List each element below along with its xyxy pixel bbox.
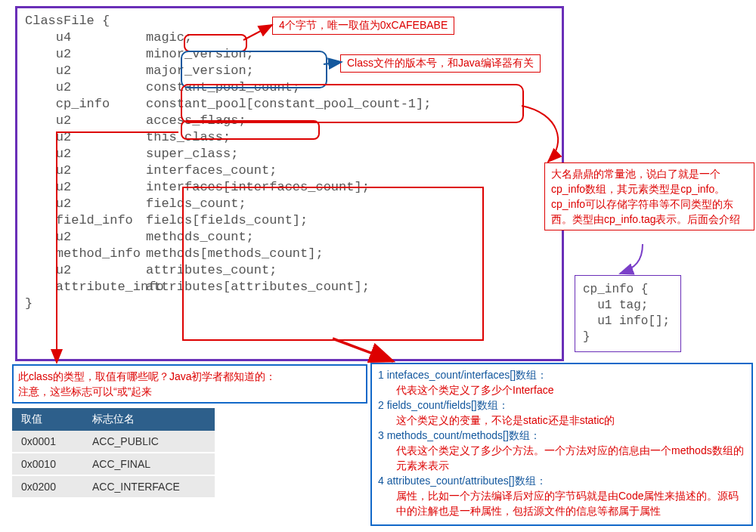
access-flags-table: 取值 标志位名 0x0001ACC_PUBLIC0x0010ACC_FINAL0…	[12, 408, 215, 499]
table-row: 0x0200ACC_INTERFACE	[12, 475, 215, 498]
callout-constant-pool: 大名鼎鼎的常量池，说白了就是一个cp_info数组，其元素类型是cp_info。…	[544, 162, 754, 230]
access-flags-note: 此class的类型，取值有哪些呢？Java初学者都知道的： 注意，这些标志可以“…	[12, 364, 367, 404]
classfile-row: u2interfaces_count;	[25, 162, 554, 179]
callout-magic: 4个字节，唯一取值为0xCAFEBABE	[272, 17, 454, 35]
box-members	[182, 187, 484, 341]
callout-version: Class文件的版本号，和Java编译器有关	[340, 54, 541, 73]
cp-info-struct: cp_info { u1 tag; u1 info[]; }	[575, 275, 681, 352]
table-row: 0x0001ACC_PUBLIC	[12, 431, 215, 453]
classfile-row: u2super_class;	[25, 146, 554, 162]
box-version	[181, 51, 327, 88]
box-constant-pool	[181, 84, 524, 123]
box-access-flags	[181, 120, 320, 140]
box-magic	[184, 34, 247, 52]
th-flag: 标志位名	[83, 408, 215, 431]
members-explain: 1 intefaces_count/interfaces[]数组： 代表这个类定…	[370, 363, 753, 526]
table-row: 0x0010ACC_FINAL	[12, 453, 215, 475]
th-value: 取值	[12, 408, 83, 431]
